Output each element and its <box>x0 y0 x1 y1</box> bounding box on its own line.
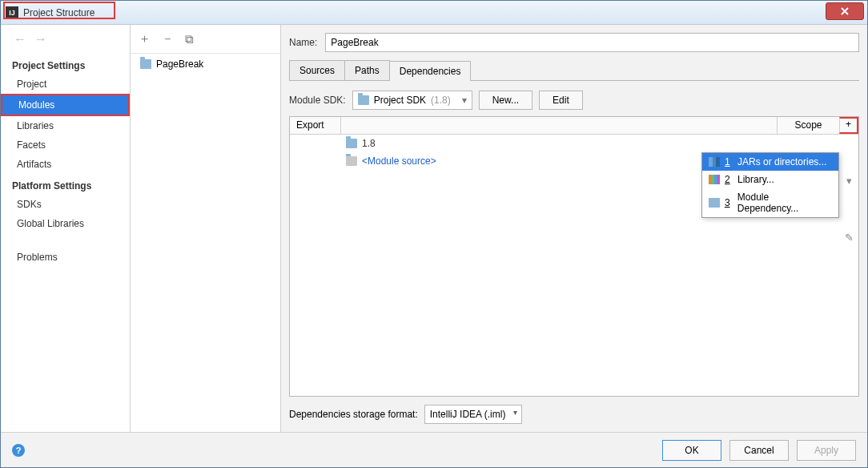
nav-global-libraries[interactable]: Global Libraries <box>1 214 130 233</box>
add-dependency-button[interactable]: + <box>839 117 858 134</box>
titlebar: IJ Project Structure <box>1 1 867 25</box>
sdk-folder-icon <box>358 95 369 105</box>
module-list-pane: ＋ － ⧉ PageBreak <box>131 25 281 432</box>
nav-project[interactable]: Project <box>1 75 130 94</box>
add-dependency-popup: 1 JARs or directories... 2 Library... 3 … <box>701 152 839 218</box>
module-dep-icon <box>709 198 720 208</box>
back-icon[interactable]: ← <box>14 32 26 46</box>
cancel-button[interactable]: Cancel <box>729 440 789 461</box>
copy-module-icon[interactable]: ⧉ <box>185 32 194 46</box>
dep-row[interactable]: 1.8 <box>290 135 858 152</box>
popup-library[interactable]: 2 Library... <box>702 171 838 188</box>
close-button[interactable] <box>826 2 864 20</box>
chevron-down-icon: ▾ <box>462 95 467 106</box>
section-project-settings: Project Settings <box>1 54 130 75</box>
tab-sources[interactable]: Sources <box>289 60 345 80</box>
nav-problems[interactable]: Problems <box>1 248 130 267</box>
settings-sidebar: ← → Project Settings Project Modules Lib… <box>1 25 131 432</box>
sdk-edit-button[interactable]: Edit <box>539 91 583 110</box>
add-module-icon[interactable]: ＋ <box>139 31 151 46</box>
jar-icon <box>709 157 720 167</box>
module-toolbar: ＋ － ⧉ <box>131 25 280 54</box>
popup-index: 1 <box>725 156 733 167</box>
deps-header: Export Scope + <box>290 117 858 135</box>
col-export[interactable]: Export <box>290 117 341 134</box>
popup-index: 2 <box>725 174 733 185</box>
sdk-new-button[interactable]: New... <box>479 91 532 110</box>
dialog-footer: ? OK Cancel Apply <box>1 432 867 467</box>
storage-label: Dependencies storage format: <box>289 409 418 420</box>
app-icon: IJ <box>6 6 18 19</box>
nav-facets[interactable]: Facets <box>1 135 130 155</box>
module-item-label: PageBreak <box>156 58 203 70</box>
help-icon[interactable]: ? <box>12 444 25 457</box>
popup-label: Library... <box>737 174 774 185</box>
dep-label: <Module source> <box>362 155 436 167</box>
tab-paths[interactable]: Paths <box>344 60 390 80</box>
nav-modules[interactable]: Modules <box>1 94 130 116</box>
apply-button[interactable]: Apply <box>797 440 856 461</box>
popup-label: Module Dependency... <box>737 192 832 214</box>
library-icon <box>709 175 720 184</box>
deps-body: 1.8 <Module source> 1 JARs or directorie… <box>290 135 858 396</box>
col-scope[interactable]: Scope <box>777 117 839 134</box>
dep-label: 1.8 <box>362 138 376 149</box>
module-name-input[interactable] <box>325 33 859 52</box>
module-source-icon <box>346 156 357 166</box>
chevron-down-icon[interactable]: ▾ <box>846 175 852 187</box>
nav-history: ← → <box>1 25 130 54</box>
module-folder-icon <box>140 59 151 69</box>
col-name <box>341 117 777 134</box>
popup-label: JARs or directories... <box>737 156 826 167</box>
close-icon <box>840 6 850 16</box>
nav-artifacts[interactable]: Artifacts <box>1 155 130 174</box>
sdk-select[interactable]: Project SDK (1.8) ▾ <box>352 91 472 110</box>
window-title: Project Structure <box>23 7 826 18</box>
module-editor: Name: Sources Paths Dependencies Module … <box>281 25 867 432</box>
ok-button[interactable]: OK <box>662 440 721 461</box>
name-label: Name: <box>289 37 317 48</box>
nav-sdks[interactable]: SDKs <box>1 195 130 214</box>
sdk-icon <box>346 139 357 148</box>
popup-module-dep[interactable]: 3 Module Dependency... <box>702 188 838 217</box>
section-platform-settings: Platform Settings <box>1 174 130 195</box>
popup-jars[interactable]: 1 JARs or directories... <box>702 153 838 171</box>
sdk-label: Module SDK: <box>289 95 346 106</box>
remove-module-icon[interactable]: － <box>162 31 174 46</box>
module-item[interactable]: PageBreak <box>131 54 280 75</box>
edit-icon[interactable]: ✎ <box>845 232 854 244</box>
tab-dependencies[interactable]: Dependencies <box>389 61 472 81</box>
storage-format-select[interactable]: IntelliJ IDEA (.iml) <box>424 405 522 424</box>
popup-index: 3 <box>725 197 733 208</box>
sdk-hint: (1.8) <box>431 95 451 106</box>
nav-libraries[interactable]: Libraries <box>1 116 130 135</box>
dependencies-table: Export Scope + 1.8 <Module source> <box>289 116 859 397</box>
sdk-value: Project SDK <box>374 95 426 106</box>
module-tabs: Sources Paths Dependencies <box>289 60 859 81</box>
deps-side-tools: ▾ ✎ <box>839 135 858 244</box>
forward-icon[interactable]: → <box>34 32 47 46</box>
